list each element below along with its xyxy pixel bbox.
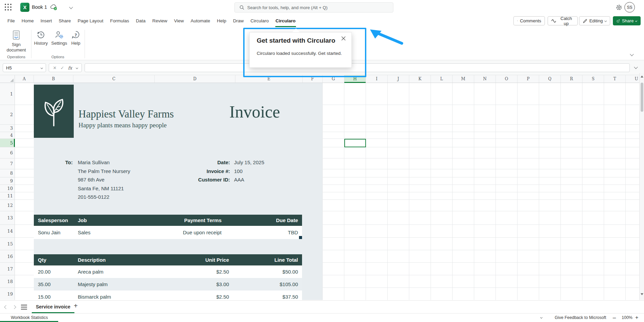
column-header-K[interactable]: K (409, 75, 431, 83)
row-header-9[interactable]: 9 (0, 177, 15, 185)
workbook-statistics[interactable]: Workbook Statistics (11, 315, 48, 320)
table-resize-handle[interactable] (299, 236, 302, 239)
invoice-cell[interactable]: Majesty palm (73, 278, 144, 291)
column-header-P[interactable]: P (518, 75, 539, 83)
invoice-cell[interactable]: $37.50 (235, 291, 302, 300)
column-header-B[interactable]: B (34, 75, 73, 83)
date-value[interactable]: July 15, 2025 (234, 158, 264, 167)
cancel-icon[interactable]: ✕ (53, 65, 56, 70)
enter-check-icon[interactable]: ✓ (61, 65, 64, 70)
bill-to-phone[interactable]: 201-555-0122 (78, 193, 130, 201)
invoice-cell[interactable]: $3.00 (144, 278, 235, 291)
vertical-scrollbar[interactable] (639, 73, 644, 300)
menu-tab-formulas-5[interactable]: Formulas (107, 15, 132, 27)
invoice-cell[interactable]: Sales (73, 226, 144, 239)
column-header-L[interactable]: L (431, 75, 453, 83)
to-label[interactable]: To: (34, 158, 73, 167)
function-chevron-icon[interactable] (76, 66, 78, 69)
column-header-I[interactable]: I (366, 75, 388, 83)
share-button[interactable]: Share (613, 16, 641, 25)
zoom-level[interactable]: 100% (622, 315, 632, 320)
menu-tab-home-1[interactable]: Home (18, 15, 37, 27)
help-button[interactable]: ? Help (69, 30, 83, 46)
row-header-7[interactable]: 7 (0, 158, 15, 169)
ribbon-collapse-chevron-icon[interactable] (630, 52, 634, 56)
bill-to-city[interactable]: Santa Fe, NM 11121 (78, 184, 130, 193)
row-header-11[interactable]: 11 (0, 192, 15, 200)
account-avatar[interactable]: SS (624, 2, 635, 13)
settings-gear-icon[interactable] (616, 4, 622, 11)
row-header-2[interactable]: 2 (0, 105, 15, 125)
insert-function-icon[interactable]: fx (68, 65, 72, 70)
menu-tab-file-0[interactable]: File (4, 15, 18, 27)
menu-tab-review-7[interactable]: Review (149, 15, 170, 27)
company-tagline[interactable]: Happy plants means happy people (78, 122, 167, 129)
row-header-14[interactable]: 14 (0, 225, 15, 238)
zoom-out-button[interactable]: − (612, 315, 617, 321)
formula-bar-expand-chevron-icon[interactable] (634, 65, 638, 69)
invoice-cell[interactable]: Areca palm (73, 265, 144, 278)
row-header-13[interactable]: 13 (0, 211, 15, 225)
column-header-T[interactable]: T (604, 75, 626, 83)
menu-tab-data-6[interactable]: Data (133, 15, 149, 27)
comments-button[interactable]: Comments (513, 16, 545, 25)
menu-tab-automate-9[interactable]: Automate (187, 15, 213, 27)
invoice-cell[interactable]: Sonu Jain (34, 226, 73, 239)
add-sheet-button[interactable]: + (74, 302, 78, 310)
scroll-up-icon[interactable] (641, 76, 643, 78)
menu-tab-help-10[interactable]: Help (213, 15, 230, 27)
column-header-D[interactable]: D (155, 75, 235, 83)
scrollbar-thumb[interactable] (641, 83, 643, 112)
all-sheets-icon[interactable] (21, 305, 27, 311)
settings-button[interactable]: Settings (49, 30, 69, 46)
row-header-10[interactable]: 10 (0, 185, 15, 192)
invoice-cell[interactable]: 15.00 (34, 291, 73, 300)
close-icon[interactable] (341, 36, 346, 41)
invoice-cell[interactable]: 20.00 (34, 265, 73, 278)
invoice-cell[interactable]: $2.50 (144, 265, 235, 278)
menu-tab-insert-2[interactable]: Insert (37, 15, 55, 27)
bill-to-name[interactable]: Maria Sullivan (78, 158, 130, 167)
row-header-1[interactable]: 1 (0, 83, 15, 105)
column-header-R[interactable]: R (561, 75, 582, 83)
search-input[interactable]: Search for tools, help, and more (Alt + … (234, 2, 393, 13)
row-header-17[interactable]: 17 (0, 263, 15, 275)
row-header-4[interactable]: 4 (0, 132, 15, 139)
row-header-19[interactable]: 19 (0, 288, 15, 300)
invoice-cell[interactable]: $2.50 (144, 291, 235, 300)
column-header-A[interactable]: A (15, 75, 34, 83)
sheet-grid[interactable]: 12345678910111213141516171819 Happiest V… (0, 83, 639, 300)
menu-tab-view-8[interactable]: View (170, 15, 187, 27)
history-button[interactable]: History (32, 30, 49, 46)
menu-tab-draw-11[interactable]: Draw (230, 15, 247, 27)
column-header-N[interactable]: N (474, 75, 496, 83)
menu-tab-page-layout-4[interactable]: Page Layout (74, 15, 107, 27)
column-header-M[interactable]: M (453, 75, 474, 83)
app-launcher-icon[interactable] (5, 4, 12, 11)
row-header-5[interactable]: 5 (0, 139, 15, 147)
row-header-16[interactable]: 16 (0, 250, 15, 263)
invoice-cell[interactable]: TBD (235, 226, 302, 239)
sheet-tab-service-invoice[interactable]: Service invoice (32, 301, 74, 313)
column-header-S[interactable]: S (582, 75, 604, 83)
name-box[interactable]: H5 (3, 63, 46, 72)
row-header-6[interactable]: 6 (0, 147, 15, 158)
row-header-3[interactable]: 3 (0, 125, 15, 132)
menu-tab-circularo-12[interactable]: Circularo (247, 15, 272, 27)
invoice-number-value[interactable]: 100 (234, 167, 264, 176)
invoice-cell[interactable]: 35.00 (34, 278, 73, 291)
bill-to-company[interactable]: The Palm Tree Nursery (78, 167, 130, 176)
invoice-cell[interactable]: Bismarck palm (73, 291, 144, 300)
company-name[interactable]: Happiest Valley Farms (78, 108, 174, 120)
bill-to-street[interactable]: 987 6th Ave (78, 175, 130, 184)
select-all-corner[interactable] (0, 75, 15, 83)
row-header-18[interactable]: 18 (0, 275, 15, 288)
bill-to-block[interactable]: Maria Sullivan The Palm Tree Nursery 987… (78, 158, 130, 201)
scroll-down-icon[interactable] (641, 293, 643, 295)
status-chevron-icon[interactable] (540, 316, 543, 319)
row-header-8[interactable]: 8 (0, 169, 15, 177)
workbook-title[interactable]: Book 1 (32, 4, 47, 10)
editing-button[interactable]: Editing (579, 16, 610, 25)
invoice-cell[interactable]: $50.00 (235, 265, 302, 278)
customer-id-value[interactable]: AAA (234, 175, 264, 184)
